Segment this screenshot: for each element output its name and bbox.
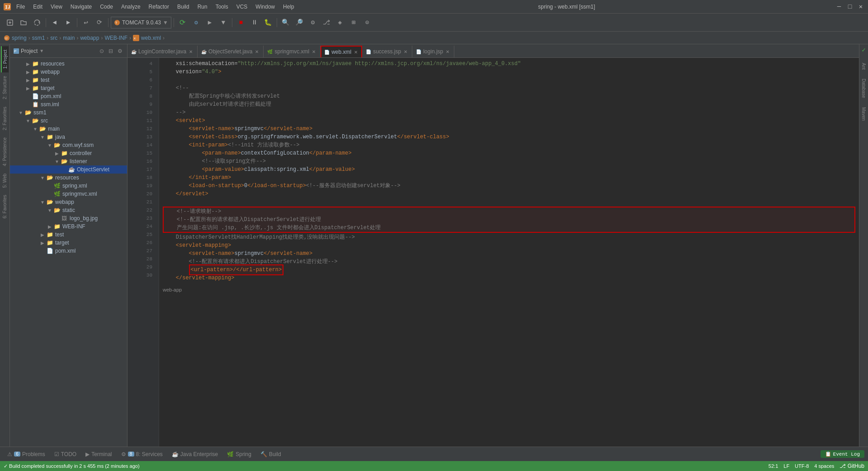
persistence-panel-tab[interactable]: 4: Persistence [1,134,8,170]
maven-tab[interactable]: Maven [860,104,867,124]
tree-item-static[interactable]: ▼ 📂 static [10,206,127,214]
extra-btn-1[interactable]: ◈ [334,16,346,29]
services-tab[interactable]: ⚙ 8 8: Services [118,449,166,459]
locate-btn[interactable]: ⊙ [98,47,105,55]
tab-close-springmvc[interactable]: ✕ [311,49,316,54]
tree-item-target-main[interactable]: ▶ 📁 target [10,239,127,247]
build-btn[interactable]: ⚙ [190,16,203,29]
tree-item-webapp-main[interactable]: ▼ 📂 webapp [10,198,127,206]
settings-btn[interactable]: ⚙ [307,16,319,29]
menu-code[interactable]: Code [96,3,117,11]
settings-gear-btn[interactable]: ⚙ [116,47,123,55]
indent-setting[interactable]: 4 spaces [814,463,834,469]
web-panel-tab[interactable]: 5: Web [1,170,8,192]
close-button[interactable]: ✕ [857,3,864,10]
menu-refactor[interactable]: Refactor [145,3,173,11]
code-editor[interactable]: 4 5 6 7 8 9 10 11 12 13 14 15 16 17 18 1… [127,58,859,447]
menu-window[interactable]: Window [252,3,278,11]
tab-close-login[interactable]: ✕ [445,49,450,54]
undo-btn[interactable]: ↩ [80,16,92,29]
structure-panel-tab[interactable]: 2: Structure [1,72,8,103]
menu-tools[interactable]: Tools [212,3,232,11]
tree-item-spring-xml[interactable]: ▶ 🌿 spring.xml [10,182,127,190]
open-btn[interactable] [17,16,30,29]
breadcrumb-item-spring[interactable]: spring [12,35,27,41]
new-project-btn[interactable] [4,16,16,29]
tab-success[interactable]: 📄 success.jsp ✕ [362,46,412,57]
forward-btn[interactable]: ► [62,16,75,29]
tree-item-com-wyf-ssm[interactable]: ▼ 📂 com.wyf.ssm [10,141,127,149]
tomcat-selector[interactable]: T TOMCAT 9.0.43 ▼ [111,17,171,28]
breadcrumb-item-src[interactable]: src [50,35,57,41]
tree-item-target-top[interactable]: ▶ 📁 target [10,84,127,92]
tab-close-success[interactable]: ✕ [403,49,408,54]
run-dropdown-btn[interactable]: ▼ [217,16,230,29]
spring-tab[interactable]: 🌿 Spring [223,449,255,459]
back-btn[interactable]: ◄ [48,16,61,29]
menu-build[interactable]: Build [174,3,193,11]
database-tab[interactable]: Database [860,75,867,102]
problems-tab[interactable]: ⚠ 6 Problems [4,449,49,459]
extra-btn-3[interactable]: ⊙ [361,16,373,29]
extra-btn-2[interactable]: ⊞ [347,16,360,29]
tree-item-java[interactable]: ▼ 📁 java [10,133,127,141]
cursor-position[interactable]: 52:1 [769,463,778,469]
breadcrumb-item-webapp[interactable]: webapp [80,35,99,41]
breadcrumb-item-main[interactable]: main [63,35,75,41]
breadcrumb-item-webxml[interactable]: web.xml [141,35,161,41]
java-enterprise-tab[interactable]: ☕ Java Enterprise [168,449,222,459]
tree-item-main[interactable]: ▼ 📂 main [10,125,127,133]
build-reload-btn[interactable]: ⟳ [93,16,106,29]
vcs-btn[interactable]: ⎇ [320,16,333,29]
menu-analyze[interactable]: Analyze [118,3,144,11]
minimize-button[interactable]: ─ [835,3,843,10]
menu-edit[interactable]: Edit [29,3,46,11]
event-log-button[interactable]: 📋 Event Log [821,450,864,458]
tree-item-pom-main[interactable]: ▶ 📄 pom.xml [10,247,127,255]
tree-item-test-top[interactable]: ▶ 📁 test [10,76,127,84]
tree-item-springmvc-xml[interactable]: ▶ 🌿 springmvc.xml [10,190,127,198]
todo-tab[interactable]: ☑ TODO [51,449,80,459]
menu-file[interactable]: File [13,3,28,11]
search-everywhere-btn[interactable]: 🔍 [279,16,292,29]
tab-close-webxml[interactable]: ✕ [353,50,359,55]
line-ending[interactable]: LF [783,463,789,469]
menu-run[interactable]: Run [194,3,211,11]
debug-btn[interactable]: 🐛 [262,16,274,29]
menu-vcs[interactable]: VCS [233,3,251,11]
ant-tab[interactable]: Ant [860,59,867,73]
breadcrumb-item-webinf[interactable]: WEB-INF [104,35,127,41]
maximize-button[interactable]: □ [846,3,854,10]
tree-item-listener[interactable]: ▼ 📂 listener [10,157,127,165]
tree-item-pom-top[interactable]: ▶ 📄 pom.xml [10,92,127,100]
collapse-all-btn[interactable]: ⊟ [107,47,114,55]
menu-navigate[interactable]: Navigate [67,3,95,11]
tab-close-logincontroller[interactable]: ✕ [188,49,193,54]
tab-webxml[interactable]: 📄 web.xml ✕ [321,46,362,57]
project-panel-tab[interactable]: 1: Project [1,46,9,72]
code-content[interactable]: xsi:schemaLocation="http://xmlns.jcp.org… [159,58,859,447]
tree-item-resources-top[interactable]: ▶ 📁 resources [10,60,127,68]
tree-item-objectservlet[interactable]: ▶ ☕ ObjectServlet [10,165,127,174]
sync-btn[interactable] [31,16,43,29]
tab-login[interactable]: 📄 login.jsp ✕ [412,46,454,57]
tree-item-resources-main[interactable]: ▼ 📂 resources [10,174,127,182]
stop-btn[interactable]: ■ [235,16,247,29]
file-encoding[interactable]: UTF-8 [795,463,809,469]
find-btn[interactable]: 🔎 [293,16,306,29]
tree-item-controller[interactable]: ▶ 📁 controller [10,149,127,157]
tab-logincontroller[interactable]: ☕ LoginController.java ✕ [127,46,198,57]
breadcrumb-item-ssm1[interactable]: ssm1 [32,35,45,41]
build-tab[interactable]: 🔨 Build [257,449,285,459]
make-btn[interactable]: ⟳ [176,16,189,29]
tab-objectservlet[interactable]: ☕ ObjectServlet.java ✕ [198,46,264,57]
terminal-tab[interactable]: ▶ Terminal [82,449,115,459]
favorites2-panel-tab[interactable]: 6: Favorites [1,191,8,222]
tree-item-webinf[interactable]: ▶ 📁 WEB-INF [10,222,127,231]
tab-springmvc[interactable]: 🌿 springmvc.xml ✕ [264,46,321,57]
tree-item-logo[interactable]: ▶ 🖼 logo_bg.jpg [10,214,127,222]
menu-view[interactable]: View [47,3,66,11]
menu-bar[interactable]: File Edit View Navigate Code Analyze Ref… [13,3,298,11]
tab-close-objectservlet[interactable]: ✕ [254,49,259,54]
tree-item-ssm1[interactable]: ▼ 📂 ssm1 [10,108,127,117]
